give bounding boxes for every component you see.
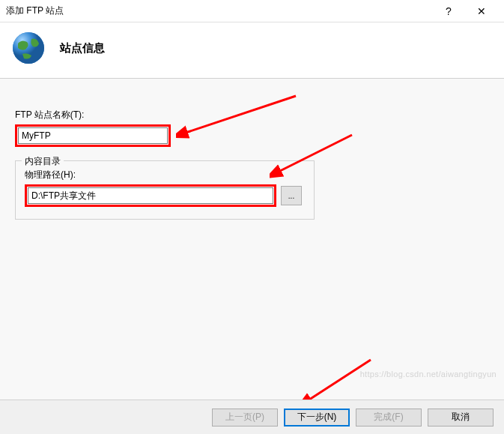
watermark-text: https://blog.csdn.net/aiwangtingyun (360, 370, 497, 379)
svg-point-1 (13, 32, 44, 64)
svg-line-4 (307, 360, 371, 401)
close-button[interactable]: ✕ (465, 0, 498, 22)
titlebar: 添加 FTP 站点 ? ✕ (0, 0, 504, 22)
site-name-field: FTP 站点名称(T): (15, 109, 489, 147)
wizard-content: FTP 站点名称(T): 内容目录 物理路径(H): ... https://b… (0, 79, 504, 418)
browse-button[interactable]: ... (281, 186, 302, 205)
site-name-highlight (15, 124, 171, 147)
wizard-footer: 上一页(P) 下一步(N) 完成(F) 取消 (0, 400, 504, 434)
window-title: 添加 FTP 站点 (6, 4, 432, 17)
next-button[interactable]: 下一步(N) (284, 409, 350, 427)
wizard-title: 站点信息 (60, 41, 105, 55)
physical-path-input[interactable] (28, 187, 273, 204)
finish-button: 完成(F) (356, 409, 422, 427)
site-name-label: FTP 站点名称(T): (15, 109, 489, 121)
globe-icon (10, 30, 46, 66)
cancel-button[interactable]: 取消 (428, 409, 494, 427)
content-dir-fieldset: 内容目录 物理路径(H): ... (15, 160, 315, 220)
physical-path-label: 物理路径(H): (25, 169, 305, 181)
physical-path-highlight (25, 184, 276, 207)
physical-path-row: ... (25, 184, 305, 207)
help-button[interactable]: ? (432, 0, 465, 22)
content-dir-legend: 内容目录 (22, 155, 64, 168)
prev-button: 上一页(P) (212, 409, 278, 427)
titlebar-controls: ? ✕ (432, 0, 498, 22)
site-name-input[interactable] (18, 127, 168, 144)
wizard-header: 站点信息 (0, 22, 504, 79)
